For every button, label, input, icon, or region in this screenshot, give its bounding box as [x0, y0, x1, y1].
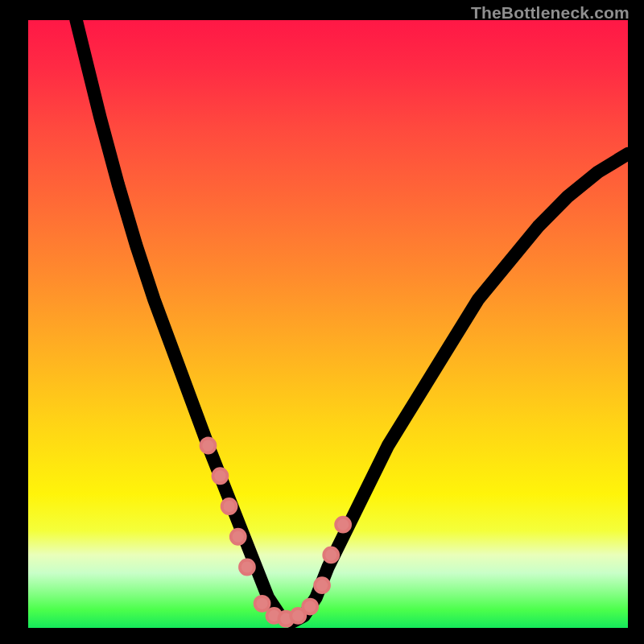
marker-point — [324, 547, 338, 562]
plot-area — [28, 20, 628, 628]
marker-point — [222, 499, 237, 514]
bottleneck-curve — [76, 20, 628, 621]
marker-point — [213, 469, 227, 483]
marker-point — [315, 578, 329, 592]
marker-point — [255, 597, 270, 611]
marker-point — [336, 518, 350, 532]
marker-point — [240, 560, 254, 575]
chart-stage: TheBottleneck.com — [0, 0, 644, 644]
watermark-text: TheBottleneck.com — [471, 3, 630, 23]
bottleneck-chart-svg — [28, 20, 628, 628]
marker-point — [231, 530, 246, 544]
marker-point — [303, 600, 317, 614]
marker-point — [201, 439, 216, 453]
